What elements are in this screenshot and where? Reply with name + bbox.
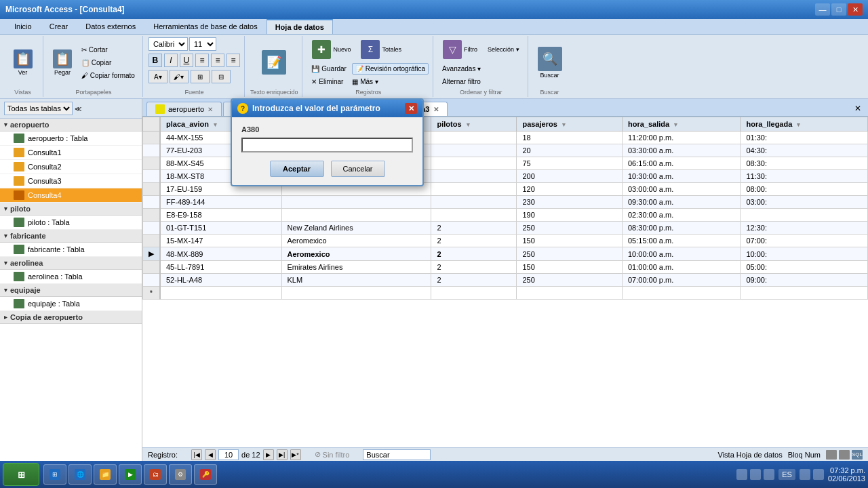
- taskbar-app-media[interactable]: ▶: [119, 464, 142, 485]
- taskbar-app-access[interactable]: 🔑: [194, 464, 217, 485]
- dialog-close-btn[interactable]: ✕: [405, 103, 417, 114]
- volume-icon: [813, 469, 824, 480]
- audio-icon: [800, 469, 810, 480]
- settings-icon: ⚙: [175, 469, 186, 480]
- clock-date: 02/06/2013: [828, 474, 865, 483]
- sys-icon-3: [764, 469, 774, 480]
- taskbar-app-settings[interactable]: ⚙: [169, 464, 192, 485]
- dialog-title-text: Introduzca el valor del parámetro: [252, 104, 401, 113]
- clock: 07:32 p.m. 02/06/2013: [828, 466, 865, 483]
- taskbar: ⊞ ⊞ 🌐 📁 ▶ 🗂 ⚙ 🔑 ES: [0, 461, 868, 488]
- explorer-icon: 📁: [100, 469, 111, 480]
- sys-icon-1: [736, 469, 747, 480]
- access-icon: 🔑: [200, 469, 211, 480]
- dialog-param-label: A380: [241, 125, 413, 134]
- dialog-cancel-btn[interactable]: Cancelar: [331, 161, 385, 177]
- taskbar-apps: ⊞ 🌐 📁 ▶ 🗂 ⚙ 🔑: [43, 464, 736, 485]
- sys-icon-2: [750, 469, 761, 480]
- dialog-title-bar: ? Introduzca el valor del parámetro ✕: [232, 100, 422, 117]
- dialog-accept-btn[interactable]: Aceptar: [270, 161, 324, 177]
- taskbar-app-ie[interactable]: 🌐: [68, 464, 92, 485]
- dialog-body: A380 Aceptar Cancelar: [232, 117, 422, 185]
- dialog-overlay: ? Introduzca el valor del parámetro ✕ A3…: [0, 0, 868, 461]
- taskbar-sys-icons: [736, 469, 774, 480]
- dialog-param-input[interactable]: [241, 138, 413, 152]
- taskbar-app-explorer[interactable]: 📁: [94, 464, 117, 485]
- dialog-buttons: Aceptar Cancelar: [241, 161, 413, 177]
- taskbar-right: ES 07:32 p.m. 02/06/2013: [736, 466, 865, 483]
- start-button[interactable]: ⊞: [3, 463, 39, 486]
- taskbar-app-start[interactable]: ⊞: [43, 464, 66, 485]
- lang-indicator[interactable]: ES: [778, 469, 795, 480]
- start-icon: ⊞: [50, 469, 60, 480]
- clock-time: 07:32 p.m.: [828, 466, 865, 474]
- taskbar-app-files[interactable]: 🗂: [144, 464, 167, 485]
- ie-icon: 🌐: [75, 469, 85, 480]
- dialog-question-icon: ?: [237, 103, 248, 114]
- main-window: Microsoft Access - [Consulta4] — □ ✕ Ini…: [0, 0, 868, 461]
- media-icon: ▶: [125, 469, 136, 480]
- taskbar-audio-icons: [800, 469, 824, 480]
- files-icon: 🗂: [150, 469, 161, 480]
- dialog-param: ? Introduzca el valor del parámetro ✕ A3…: [231, 98, 424, 186]
